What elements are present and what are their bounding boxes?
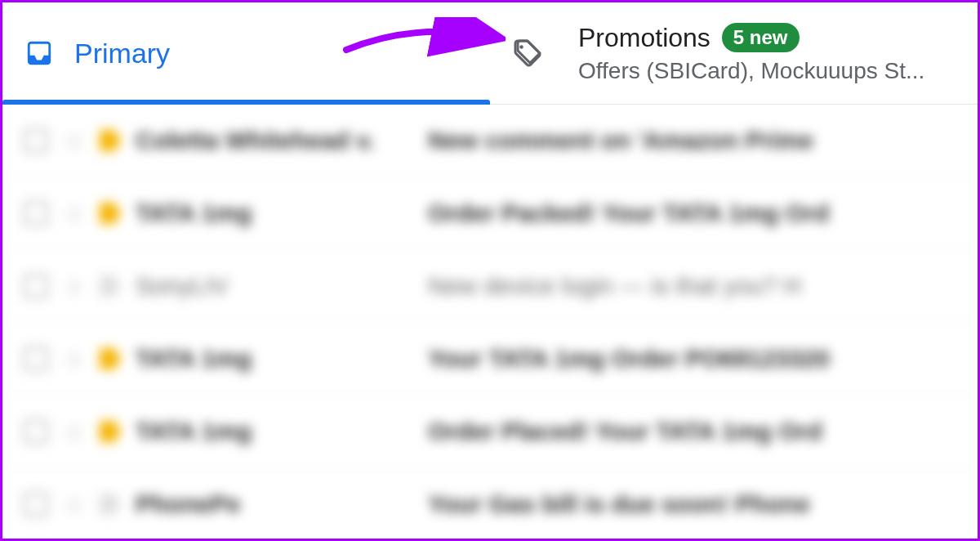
email-row[interactable]: ☆TATA 1mgOrder Packed! Your TATA 1mg Ord (2, 177, 978, 250)
importance-marker-icon[interactable] (100, 421, 121, 442)
email-subject: New device login — is that you? H (428, 272, 956, 300)
email-list: ☆Coletta Whitehead v.New comment on 'Ama… (2, 105, 978, 541)
tab-promotions-subtitle: Offers (SBICard), Mockuuups St... (578, 58, 924, 84)
email-subject: Your TATA 1mg Order PO69123320 (428, 345, 956, 373)
inbox-icon (25, 39, 74, 67)
select-checkbox[interactable] (24, 201, 48, 226)
star-icon[interactable]: ☆ (63, 345, 85, 373)
importance-marker-icon[interactable] (100, 130, 121, 151)
email-row[interactable]: ☆TATA 1mgOrder Placed! Your TATA 1mg Ord (2, 396, 978, 468)
tag-icon (513, 38, 562, 68)
select-checkbox[interactable] (24, 347, 48, 371)
inbox-category-tabs: Primary Promotions 5 new Offers (SBICard… (2, 2, 978, 105)
importance-marker-icon[interactable] (100, 203, 121, 224)
star-icon[interactable]: ☆ (63, 272, 85, 301)
select-checkbox[interactable] (24, 128, 48, 153)
email-sender: SonyLIV (136, 272, 413, 300)
star-icon[interactable]: ☆ (63, 199, 85, 228)
email-sender: Coletta Whitehead v. (136, 127, 413, 154)
email-sender: PhonePe (136, 490, 413, 518)
star-icon[interactable]: ☆ (63, 418, 85, 446)
email-row[interactable]: ☆SonyLIVNew device login — is that you? … (2, 250, 978, 323)
promotions-new-badge: 5 new (722, 23, 800, 52)
select-checkbox[interactable] (24, 419, 48, 444)
select-checkbox[interactable] (24, 492, 48, 516)
star-icon[interactable]: ☆ (63, 490, 85, 519)
tab-promotions-label: Promotions (578, 23, 710, 53)
tab-primary[interactable]: Primary (2, 2, 490, 104)
importance-marker-icon[interactable] (100, 275, 121, 297)
select-checkbox[interactable] (24, 274, 48, 298)
importance-marker-icon[interactable] (100, 348, 121, 369)
tab-primary-label: Primary (74, 38, 170, 69)
star-icon[interactable]: ☆ (63, 127, 85, 155)
email-row[interactable]: ☆Coletta Whitehead v.New comment on 'Ama… (2, 105, 978, 177)
tab-promotions[interactable]: Promotions 5 new Offers (SBICard), Mocku… (490, 2, 978, 104)
email-subject: New comment on 'Amazon Prime (428, 127, 956, 154)
email-sender: TATA 1mg (136, 418, 413, 445)
email-row[interactable]: ☆TATA 1mgYour TATA 1mg Order PO69123320 (2, 323, 978, 396)
email-subject: Order Packed! Your TATA 1mg Ord (428, 199, 956, 227)
importance-marker-icon[interactable] (100, 494, 121, 515)
svg-point-1 (519, 45, 523, 49)
email-sender: TATA 1mg (136, 199, 413, 227)
email-sender: TATA 1mg (136, 345, 413, 373)
email-subject: Order Placed! Your TATA 1mg Ord (428, 418, 956, 445)
email-subject: Your Gas bill is due soon! Phone (428, 490, 956, 518)
email-row[interactable]: ☆PhonePeYour Gas bill is due soon! Phone (2, 468, 978, 541)
